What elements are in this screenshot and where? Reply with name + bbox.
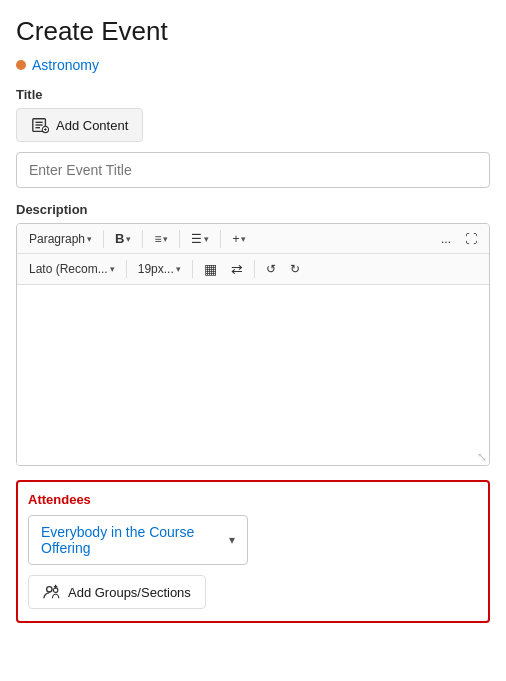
attendees-label: Attendees [28,492,478,507]
rich-text-editor: Paragraph ▾ B ▾ ≡ ▾ ☰ ▾ + ▾ [16,223,490,466]
divider-5 [126,260,127,278]
list-dropdown[interactable]: ☰ ▾ [185,229,215,249]
text-color-button[interactable]: ▦ [198,258,223,280]
text-color-icon: ▦ [204,261,217,277]
list-chevron: ▾ [204,234,209,244]
list-icon: ☰ [191,232,202,246]
add-content-label: Add Content [56,118,128,133]
redo-icon: ↻ [290,262,300,276]
plus-dropdown[interactable]: + ▾ [226,229,252,249]
fullscreen-button[interactable]: ⛶ [459,229,483,249]
svg-point-7 [47,587,52,592]
undo-icon: ↺ [266,262,276,276]
page-title: Create Event [16,16,490,47]
divider-2 [142,230,143,248]
add-content-icon [31,116,49,134]
font-dropdown[interactable]: Lato (Recom... ▾ [23,259,121,279]
add-groups-label: Add Groups/Sections [68,585,191,600]
font-label: Lato (Recom... [29,262,108,276]
divider-4 [220,230,221,248]
size-chevron: ▾ [176,264,181,274]
paragraph-chevron: ▾ [87,234,92,244]
toolbar-row-1: Paragraph ▾ B ▾ ≡ ▾ ☰ ▾ + ▾ [17,224,489,254]
more-button[interactable]: ... [435,229,457,249]
fullscreen-icon: ⛶ [465,232,477,246]
editor-body[interactable]: ⤡ [17,285,489,465]
plus-icon: + [232,232,239,246]
add-groups-button[interactable]: Add Groups/Sections [28,575,206,609]
svg-point-8 [53,588,58,593]
bold-icon: B [115,231,124,246]
course-dot [16,60,26,70]
size-label: 19px... [138,262,174,276]
align-icon: ≡ [154,232,161,246]
undo-button[interactable]: ↺ [260,259,282,279]
add-groups-icon [43,583,61,601]
align-chevron: ▾ [163,234,168,244]
more-icon: ... [441,232,451,246]
add-content-button[interactable]: Add Content [16,108,143,142]
indent-icon: ⇄ [231,261,243,277]
page-wrapper: Create Event Astronomy Title Add Content… [0,0,506,681]
divider-7 [254,260,255,278]
attendees-section: Attendees Everybody in the Course Offeri… [16,480,490,623]
course-label: Astronomy [16,57,490,73]
paragraph-dropdown[interactable]: Paragraph ▾ [23,229,98,249]
plus-chevron: ▾ [241,234,246,244]
attendees-chevron-icon: ▾ [229,533,235,547]
title-label: Title [16,87,490,102]
align-dropdown[interactable]: ≡ ▾ [148,229,174,249]
course-name: Astronomy [32,57,99,73]
divider-3 [179,230,180,248]
bold-chevron: ▾ [126,234,131,244]
indent-button[interactable]: ⇄ [225,258,249,280]
event-title-input[interactable] [16,152,490,188]
attendees-dropdown[interactable]: Everybody in the Course Offering ▾ [28,515,248,565]
divider-1 [103,230,104,248]
description-label: Description [16,202,490,217]
resize-handle: ⤡ [477,451,487,463]
redo-button[interactable]: ↻ [284,259,306,279]
paragraph-label: Paragraph [29,232,85,246]
font-chevron: ▾ [110,264,115,274]
bold-dropdown[interactable]: B ▾ [109,228,137,249]
attendees-value: Everybody in the Course Offering [41,524,229,556]
divider-6 [192,260,193,278]
toolbar-row-2: Lato (Recom... ▾ 19px... ▾ ▦ ⇄ ↺ ↻ [17,254,489,285]
size-dropdown[interactable]: 19px... ▾ [132,259,187,279]
